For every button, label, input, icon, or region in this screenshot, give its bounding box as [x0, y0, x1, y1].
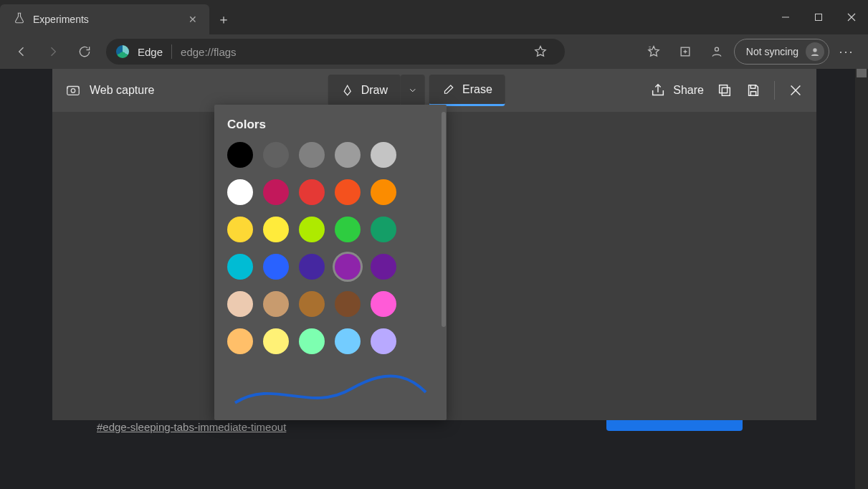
svg-rect-4: [67, 87, 80, 95]
color-swatch[interactable]: [299, 142, 325, 168]
color-swatch[interactable]: [371, 328, 396, 354]
address-bar[interactable]: Edge edge://flags: [106, 39, 565, 65]
profile-button[interactable]: [702, 38, 731, 65]
popup-scrollbar-thumb[interactable]: [442, 112, 446, 327]
close-capture-button[interactable]: [788, 82, 803, 98]
color-swatch[interactable]: [299, 179, 325, 205]
web-capture-icon: [65, 82, 81, 98]
window-close-button[interactable]: [835, 0, 868, 34]
color-swatch[interactable]: [263, 217, 289, 242]
color-swatch[interactable]: [227, 142, 253, 168]
color-swatch[interactable]: [371, 291, 396, 317]
color-swatch[interactable]: [299, 291, 325, 317]
color-swatch[interactable]: [335, 179, 361, 205]
color-swatch[interactable]: [335, 254, 361, 280]
window-minimize-button[interactable]: [769, 0, 802, 34]
title-bar: Experiments ✕ ＋: [0, 0, 868, 34]
color-swatch[interactable]: [335, 217, 361, 242]
avatar-icon: [806, 42, 824, 61]
svg-rect-7: [720, 85, 728, 93]
favorite-star-button[interactable]: [526, 38, 555, 65]
toolbar-divider: [774, 81, 775, 100]
web-capture-title: Web capture: [90, 84, 154, 97]
color-swatch[interactable]: [299, 328, 325, 354]
popup-scrollbar[interactable]: [441, 112, 447, 334]
colors-popup: Colors: [214, 105, 447, 420]
color-swatch[interactable]: [263, 291, 289, 317]
color-swatch[interactable]: [263, 142, 289, 168]
color-swatch[interactable]: [227, 217, 253, 242]
draw-tool-button[interactable]: Draw: [328, 75, 401, 106]
color-swatch[interactable]: [335, 291, 361, 317]
favorites-button[interactable]: [639, 38, 668, 65]
more-menu-button[interactable]: ···: [832, 38, 861, 65]
color-swatch[interactable]: [263, 328, 289, 354]
save-button[interactable]: [745, 82, 761, 98]
flask-icon: [13, 11, 26, 27]
sync-label: Not syncing: [746, 46, 798, 57]
color-swatch[interactable]: [371, 179, 396, 205]
edge-logo-icon: [116, 45, 129, 58]
draw-options-button[interactable]: [401, 75, 425, 106]
color-swatch[interactable]: [227, 179, 253, 205]
color-swatch[interactable]: [371, 142, 396, 168]
share-label: Share: [673, 84, 704, 97]
scrollbar-thumb[interactable]: [857, 69, 867, 77]
svg-point-3: [813, 48, 816, 52]
collections-button[interactable]: [671, 38, 700, 65]
flag-anchor-link[interactable]: #edge-sleeping-tabs-immediate-timeout: [97, 421, 286, 433]
color-swatch[interactable]: [263, 254, 289, 280]
color-swatch[interactable]: [227, 328, 253, 354]
navigation-bar: Edge edge://flags Not syncing ···: [0, 34, 868, 69]
back-button[interactable]: [7, 38, 36, 65]
copy-button[interactable]: [717, 82, 733, 98]
color-swatch[interactable]: [335, 328, 361, 354]
share-button[interactable]: Share: [650, 82, 704, 98]
erase-tool-button[interactable]: Erase: [429, 75, 505, 106]
svg-point-5: [71, 89, 75, 92]
color-swatch[interactable]: [299, 217, 325, 242]
erase-label: Erase: [462, 83, 492, 96]
color-swatch[interactable]: [263, 179, 289, 205]
stroke-preview: [232, 374, 429, 410]
window-maximize-button[interactable]: [802, 0, 835, 34]
address-brand: Edge: [138, 46, 163, 58]
sync-status[interactable]: Not syncing: [734, 39, 829, 65]
svg-point-2: [715, 47, 718, 51]
color-swatch[interactable]: [371, 254, 396, 280]
colors-title: Colors: [227, 118, 434, 132]
draw-label: Draw: [361, 84, 388, 97]
forward-button[interactable]: [39, 38, 67, 65]
refresh-button[interactable]: [70, 38, 99, 65]
color-swatch[interactable]: [227, 291, 253, 317]
color-swatch-grid: [227, 142, 434, 354]
color-swatch[interactable]: [299, 254, 325, 280]
pen-icon: [341, 84, 354, 97]
browser-tab[interactable]: Experiments ✕: [0, 4, 209, 34]
share-icon: [650, 82, 666, 98]
color-swatch[interactable]: [335, 142, 361, 168]
chevron-down-icon: [408, 85, 418, 95]
svg-rect-6: [722, 87, 730, 95]
address-url: edge://flags: [181, 46, 237, 58]
address-separator: [171, 44, 172, 59]
window-controls: [769, 0, 868, 34]
color-swatch[interactable]: [371, 217, 396, 242]
svg-rect-0: [816, 14, 822, 21]
eraser-icon: [442, 83, 455, 96]
tab-close-button[interactable]: ✕: [186, 14, 199, 25]
new-tab-button[interactable]: ＋: [209, 4, 238, 34]
page-scrollbar[interactable]: [855, 69, 868, 489]
tab-title: Experiments: [33, 14, 179, 25]
color-swatch[interactable]: [227, 254, 253, 280]
